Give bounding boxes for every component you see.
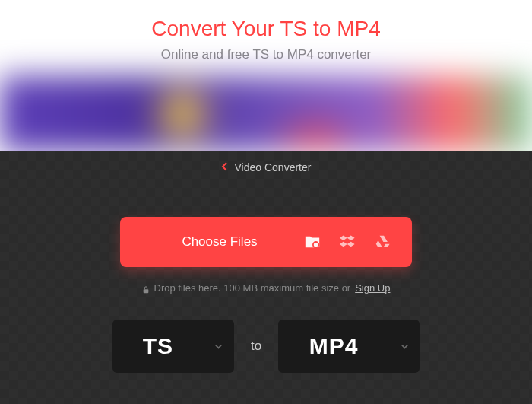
lock-icon: [142, 285, 150, 292]
chevron-down-icon: [389, 342, 420, 351]
google-drive-icon[interactable]: [374, 234, 391, 250]
upload-hint: Drop files here. 100 MB maximum file siz…: [142, 282, 391, 294]
from-format-select[interactable]: TS: [112, 320, 234, 373]
chevron-down-icon: [204, 342, 234, 351]
signup-link[interactable]: Sign Up: [355, 282, 390, 294]
page-subtitle: Online and free TS to MP4 converter: [0, 47, 532, 62]
choose-files-button[interactable]: Choose Files: [120, 217, 412, 267]
to-format-select[interactable]: MP4: [278, 320, 420, 373]
svg-line-1: [318, 247, 320, 249]
converter-panel: Video Converter Choose Files Drop files …: [0, 151, 532, 404]
page-header: Convert Your TS to MP4 Online and free T…: [0, 0, 532, 76]
svg-rect-2: [143, 289, 148, 293]
back-chevron-icon[interactable]: [221, 161, 227, 174]
to-label: to: [251, 339, 261, 354]
breadcrumb[interactable]: Video Converter: [235, 161, 312, 173]
hint-text: Drop files here. 100 MB maximum file siz…: [154, 282, 351, 294]
converter-topbar: Video Converter: [0, 151, 532, 183]
source-icons: [304, 234, 412, 250]
to-format-label: MP4: [278, 333, 389, 359]
ad-banner: [0, 76, 532, 151]
folder-search-icon[interactable]: [304, 234, 321, 250]
dropbox-icon[interactable]: [339, 234, 356, 250]
format-row: TS to MP4: [112, 320, 420, 373]
converter-content: Choose Files Drop files here. 100 MB max…: [0, 183, 532, 373]
page-title: Convert Your TS to MP4: [0, 17, 532, 41]
choose-files-label: Choose Files: [120, 234, 304, 250]
from-format-label: TS: [112, 333, 204, 359]
